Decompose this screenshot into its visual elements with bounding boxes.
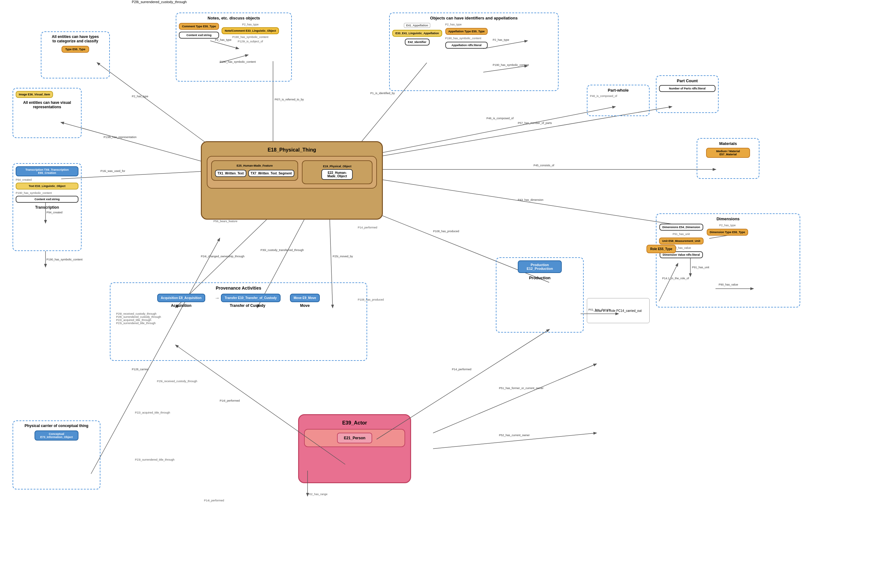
p56-label: P56_bears_feature (213, 220, 238, 223)
part-whole-section: Part-whole P46_is_composed_of (587, 85, 649, 116)
production-section: Production E12_Production Production (496, 257, 584, 333)
svg-text:P51_has_former_or_current_owne: P51_has_former_or_current_owner (499, 386, 543, 390)
e8-box: Acquisition E8_Acquisition (157, 294, 205, 302)
types-section: All entities can have typesto categorize… (41, 31, 110, 79)
acquisition-label: Acquisition (171, 303, 191, 308)
svg-line-24 (376, 107, 615, 154)
p2-app-label: P2_has_type (445, 23, 488, 26)
e25-label: E25_Human-Made_Feature (237, 164, 273, 167)
p190-app-label: P190_has_symbolic_content (445, 37, 488, 40)
e19-container: E19_Physical_Object E22_Human-Made_Objec… (302, 160, 373, 184)
visual-label: All entities can have visualrepresentati… (16, 100, 79, 109)
svg-text:P25i_moved_by: P25i_moved_by (333, 255, 353, 258)
p22-label: P22i_acquired_title_through (116, 318, 364, 321)
p28-label: P28i_surrendered_custody_through (116, 315, 364, 318)
transcription-label: Transcription (16, 205, 79, 209)
types-label: All entities can have typesto categorize… (44, 35, 107, 43)
conceptual-label: Physical carrier of conceptual thing (16, 424, 97, 428)
p46-label: P46_is_composed_of (590, 94, 646, 98)
e25-container: E25_Human-Made_Feature TX1_Written_Text … (211, 160, 298, 181)
svg-line-51 (433, 433, 596, 449)
p2-note-label: P2_has_type (242, 23, 259, 26)
dimensions-label: Dimensions (659, 217, 797, 221)
pc14-box: Actor in a Role PC14_carried_out (587, 298, 649, 323)
e9-box: Move E9_Move (290, 294, 320, 302)
e18-container: E18_Physical_Thing E25_Human-Made_Featur… (201, 141, 383, 220)
provenance-label: Provenance Activities (113, 285, 364, 291)
svg-line-30 (376, 179, 684, 226)
e33-note-box: Note/Comment E33_Linguistic_Object (221, 27, 279, 34)
e39-title: E39_Actor (304, 420, 405, 426)
e33-text-box: Text E33_Linguistic_Object (16, 183, 79, 189)
provenance-section: Provenance Activities Acquisition E8_Acq… (110, 282, 367, 361)
e57-box: Medium / Material E57_Material (706, 148, 750, 158)
svg-line-49 (433, 364, 596, 433)
p190-label: P190_has_symbolic_content (16, 191, 79, 194)
p94-label: P94_created (16, 178, 79, 181)
svg-text:P43_has_dimension: P43_has_dimension (518, 198, 543, 202)
svg-text:P52_has_current_owner: P52_has_current_owner (499, 433, 530, 437)
notes-label: Notes, etc. discuss objects (179, 16, 289, 20)
p23-edge-label: P23i_surrendered_title_through (135, 458, 174, 461)
prov-sub-labels: P29i_received_custody_through P28i_surre… (113, 312, 364, 325)
svg-text:P67i_is_referred_to_by: P67i_is_referred_to_by (275, 98, 304, 101)
p23-label: P23i_surrendered_title_through (116, 321, 364, 325)
actor-container: E39_Actor E21_Person (298, 414, 411, 483)
move-item: Move E9_Move Move (290, 294, 320, 310)
tx7-box: TX7_Written_Text_Segment (248, 170, 294, 177)
tx6-box: Transcription TX6_Transcription E65_Crea… (16, 166, 79, 176)
p14i-label: P14i_performed (204, 499, 224, 502)
comment-type-box: Comment Type E55_Type (179, 23, 219, 30)
e33-e41-box: E33_E41_Linguistic_Appellation (392, 30, 442, 37)
svg-text:P138i_has_representation: P138i_has_representation (103, 136, 137, 139)
physical-carrier-section: Physical carrier of conceptual thing Con… (12, 420, 100, 489)
svg-text:P24i_changed_ownership_through: P24i_changed_ownership_through (201, 255, 244, 258)
svg-line-2 (61, 122, 220, 166)
materials-section: Materials Medium / Material E57_Material (697, 138, 759, 179)
svg-text:P14_performed: P14_performed (452, 368, 471, 371)
appellation-section: Objects can have identifiers and appella… (389, 12, 558, 91)
p02-label: P02_has_range (308, 493, 328, 496)
p91-label: P91_has_unit (672, 232, 690, 236)
svg-text:P57_has_number_of_parts: P57_has_number_of_parts (518, 121, 552, 124)
e55-type-box: Type E55_Type (62, 46, 89, 53)
e73-box: Conceptual E73_Information_Object (35, 430, 79, 441)
p28-edge-label: P28i_surrendered_custody_through (132, 0, 187, 4)
e19-label: E19_Physical_Object (323, 165, 352, 168)
move-label: Move (300, 303, 310, 308)
transfer-item: → Transfer E10_Transfer_of_Custody Trans… (215, 294, 281, 310)
p129-label: P129i_is_subject_of (238, 40, 263, 43)
e42-box: E42_Identifier (405, 39, 429, 45)
p190-note-label: P190_has_symbolic_content (232, 35, 268, 39)
svg-text:P14i_performed: P14i_performed (220, 399, 240, 402)
svg-text:P45_consists_of: P45_consists_of (534, 164, 555, 167)
num-parts-box: Number of Parts rdfs:literal (659, 85, 716, 92)
notes-section: Notes, etc. discuss objects Comment Type… (176, 12, 292, 82)
p29-label: P29i_received_custody_through (116, 312, 364, 315)
e18-inner: E25_Human-Made_Feature TX1_Written_Text … (207, 156, 377, 189)
dim-type-box: Dimension Type E55_Type (707, 229, 748, 236)
p22-edge-label: P22i_acquired_title_through (135, 411, 170, 414)
e12-box: Production E12_Production (518, 261, 562, 273)
content2-box: Content xsd:string (16, 196, 79, 203)
custody-label: Transfer of Custody (230, 303, 265, 308)
part-count-section: Part Count Number of Parts rdfs:literal (656, 75, 719, 113)
app-type-box: Appellation Type E55_Type (445, 28, 488, 35)
e54-box: Dimensions E54_Dimension (659, 224, 704, 230)
svg-text:P190_has_symbolic_content: P190_has_symbolic_content (47, 258, 83, 261)
acquisition-item: Acquisition E8_Acquisition Acquisition (157, 294, 205, 310)
p14-performed-label: P14_performed (358, 226, 377, 229)
svg-text:P128_carries: P128_carries (132, 368, 149, 371)
content-box: Content xsd:string (179, 32, 219, 39)
part-whole-label: Part-whole (590, 88, 646, 92)
appellation-label: Objects can have identifiers and appella… (392, 16, 555, 20)
p2-dim-label: P2_has_type (719, 224, 736, 227)
e41-label: E41_Appellation (404, 23, 430, 28)
materials-label: Materials (700, 141, 756, 146)
svg-text:P16i_was_used_for: P16i_was_used_for (100, 170, 125, 173)
appellation-box: Appellation rdfs:literal (445, 42, 488, 48)
dimensions-section: Dimensions Dimensions E54_Dimension P91_… (656, 214, 800, 308)
svg-text:P108_has_produced: P108_has_produced (433, 230, 459, 233)
p29-edge-label: P29i_received_custody_through (157, 380, 197, 383)
e21-box: E21_Person (337, 433, 373, 443)
